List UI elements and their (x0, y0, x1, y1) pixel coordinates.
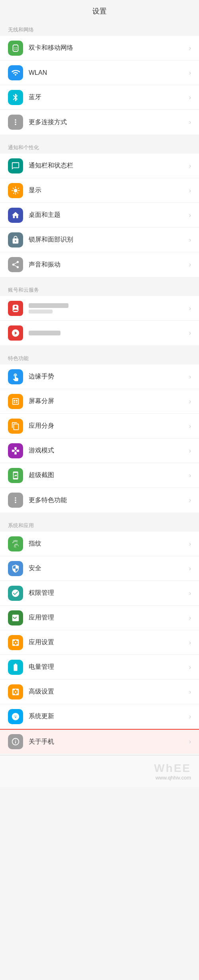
advanced-icon (8, 684, 23, 699)
account2-icon (8, 325, 23, 341)
notification-bar-icon (8, 158, 23, 173)
security-icon (8, 561, 23, 576)
app-settings-label: 应用设置 (29, 638, 189, 647)
menu-item-more-connections[interactable]: 更多连接方式 › (0, 110, 199, 134)
app-clone-icon (8, 419, 23, 434)
more-connections-icon (8, 115, 23, 130)
menu-item-permissions[interactable]: 权限管理 › (0, 581, 199, 606)
desktop-theme-label: 桌面和主题 (29, 211, 189, 219)
display-label: 显示 (29, 186, 189, 195)
more-connections-chevron: › (189, 119, 191, 126)
section-card-system: 指纹 › 安全 › 权限管理 › 应用管理 › (0, 532, 199, 754)
menu-item-lock-screen[interactable]: 锁屏和面部识别 › (0, 228, 199, 252)
footer-url: www.qhhiv.com (156, 775, 191, 781)
app-manage-label: 应用管理 (29, 614, 189, 622)
edge-gesture-label: 边缘手势 (29, 372, 189, 381)
menu-item-account2[interactable]: › (0, 321, 199, 345)
screenshot-chevron: › (189, 472, 191, 479)
more-connections-label: 更多连接方式 (29, 118, 189, 127)
menu-item-sound[interactable]: 声音和振动 › (0, 252, 199, 277)
battery-chevron: › (189, 664, 191, 671)
section-account: 账号和云服务 › › (0, 281, 199, 345)
menu-item-dual-sim[interactable]: 双卡和移动网络 › (0, 36, 199, 60)
dual-sim-chevron: › (189, 45, 191, 52)
screenshot-icon (8, 468, 23, 483)
display-chevron: › (189, 187, 191, 194)
section-card-notification: 通知栏和状态栏 › 显示 › 桌面和主题 › 锁屏和面部识别 › (0, 154, 199, 277)
system-update-chevron: › (189, 713, 191, 720)
more-features-chevron: › (189, 497, 191, 504)
about-icon (8, 734, 23, 749)
menu-item-edge-gesture[interactable]: 边缘手势 › (0, 364, 199, 389)
about-label: 关于手机 (29, 738, 189, 746)
dual-sim-icon (8, 41, 23, 56)
menu-item-security[interactable]: 安全 › (0, 556, 199, 581)
menu-item-display[interactable]: 显示 › (0, 178, 199, 203)
section-header-features: 特色功能 (0, 349, 199, 364)
permissions-icon (8, 586, 23, 601)
menu-item-advanced[interactable]: 高级设置 › (0, 680, 199, 704)
system-update-label: 系统更新 (29, 712, 189, 721)
app-manage-icon (8, 610, 23, 625)
menu-item-system-update[interactable]: 系统更新 › (0, 704, 199, 729)
section-notification: 通知和个性化 通知栏和状态栏 › 显示 › 桌面和主题 › (0, 138, 199, 277)
sound-chevron: › (189, 261, 191, 268)
about-chevron: › (189, 738, 191, 745)
split-screen-icon (8, 394, 23, 409)
menu-item-app-manage[interactable]: 应用管理 › (0, 606, 199, 630)
screenshot-label: 超级截图 (29, 471, 189, 479)
section-features: 特色功能 边缘手势 › 屏幕分屏 › 应用分身 › (0, 349, 199, 512)
menu-item-account1[interactable]: › (0, 296, 199, 321)
display-icon (8, 183, 23, 198)
menu-item-game-mode[interactable]: 游戏模式 › (0, 438, 199, 463)
sound-icon (8, 257, 23, 272)
menu-item-battery[interactable]: 电量管理 › (0, 655, 199, 680)
app-settings-chevron: › (189, 639, 191, 646)
desktop-theme-chevron: › (189, 212, 191, 219)
fingerprint-chevron: › (189, 540, 191, 547)
menu-item-bluetooth[interactable]: 蓝牙 › (0, 85, 199, 110)
lock-screen-icon (8, 232, 23, 247)
app-manage-chevron: › (189, 614, 191, 622)
section-card-network: 双卡和移动网络 › WLAN › 蓝牙 › 更多连接方式 › (0, 36, 199, 134)
notification-bar-label: 通知栏和状态栏 (29, 162, 189, 170)
menu-item-wlan[interactable]: WLAN › (0, 60, 199, 85)
footer-watermark: WhEE (154, 762, 191, 775)
security-chevron: › (189, 565, 191, 572)
game-mode-label: 游戏模式 (29, 446, 189, 455)
menu-item-desktop-theme[interactable]: 桌面和主题 › (0, 203, 199, 228)
section-card-account: › › (0, 296, 199, 345)
game-mode-icon (8, 443, 23, 458)
system-update-icon (8, 709, 23, 724)
lock-screen-label: 锁屏和面部识别 (29, 236, 189, 244)
wlan-chevron: › (189, 69, 191, 76)
more-features-label: 更多特色功能 (29, 496, 189, 505)
menu-item-notification-bar[interactable]: 通知栏和状态栏 › (0, 154, 199, 178)
edge-gesture-chevron: › (189, 373, 191, 380)
app-clone-label: 应用分身 (29, 422, 189, 430)
sound-label: 声音和振动 (29, 261, 189, 269)
menu-item-fingerprint[interactable]: 指纹 › (0, 532, 199, 556)
menu-item-more-features[interactable]: 更多特色功能 › (0, 488, 199, 512)
account1-icon (8, 301, 23, 316)
section-card-features: 边缘手势 › 屏幕分屏 › 应用分身 › 游戏模式 › (0, 364, 199, 512)
page-title: 设置 (0, 0, 199, 21)
footer: WhEE www.qhhiv.com (0, 755, 199, 787)
bluetooth-label: 蓝牙 (29, 93, 189, 101)
lock-screen-chevron: › (189, 236, 191, 244)
permissions-label: 权限管理 (29, 589, 189, 597)
menu-item-about[interactable]: 关于手机 › (0, 729, 199, 754)
fingerprint-label: 指纹 (29, 540, 189, 548)
menu-item-app-clone[interactable]: 应用分身 › (0, 414, 199, 438)
battery-icon (8, 660, 23, 675)
app-clone-chevron: › (189, 423, 191, 430)
menu-item-screenshot[interactable]: 超级截图 › (0, 463, 199, 488)
menu-item-app-settings[interactable]: 应用设置 › (0, 630, 199, 655)
edge-gesture-icon (8, 369, 23, 384)
section-header-system: 系统和应用 (0, 516, 199, 532)
section-system: 系统和应用 指纹 › 安全 › 权限管理 › 应 (0, 516, 199, 754)
split-screen-chevron: › (189, 398, 191, 405)
notification-bar-chevron: › (189, 162, 191, 170)
menu-item-split-screen[interactable]: 屏幕分屏 › (0, 389, 199, 414)
fingerprint-icon (8, 536, 23, 551)
